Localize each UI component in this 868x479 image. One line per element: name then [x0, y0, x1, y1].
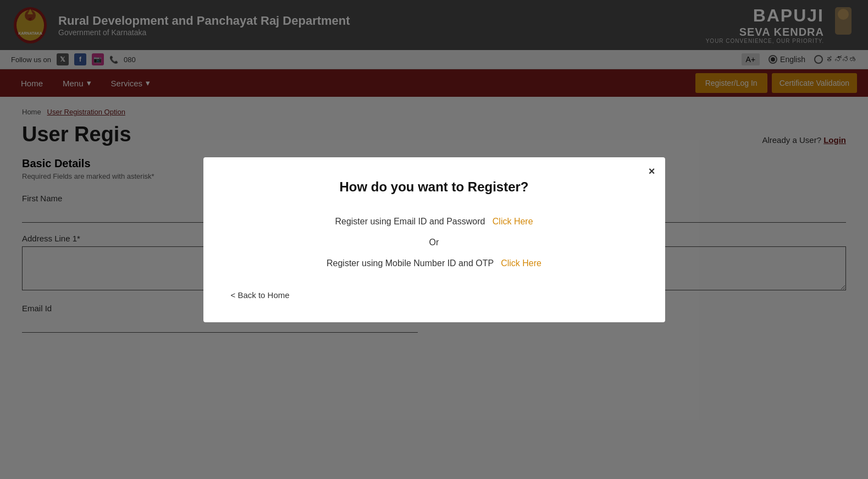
back-to-home-link[interactable]: < Back to Home: [231, 290, 638, 300]
mobile-register-option: Register using Mobile Number ID and OTP …: [231, 258, 638, 268]
modal-close-button[interactable]: ×: [649, 165, 655, 178]
modal-overlay: × How do you want to Register? Register …: [0, 0, 868, 344]
modal-or-divider: Or: [231, 238, 638, 247]
mobile-register-click-here[interactable]: Click Here: [501, 258, 541, 268]
email-register-click-here[interactable]: Click Here: [493, 217, 533, 226]
registration-modal: × How do you want to Register? Register …: [203, 157, 665, 322]
modal-title: How do you want to Register?: [231, 179, 638, 195]
email-register-text: Register using Email ID and Password: [335, 217, 485, 226]
mobile-register-text: Register using Mobile Number ID and OTP: [327, 258, 494, 268]
email-register-option: Register using Email ID and Password Cli…: [231, 217, 638, 227]
